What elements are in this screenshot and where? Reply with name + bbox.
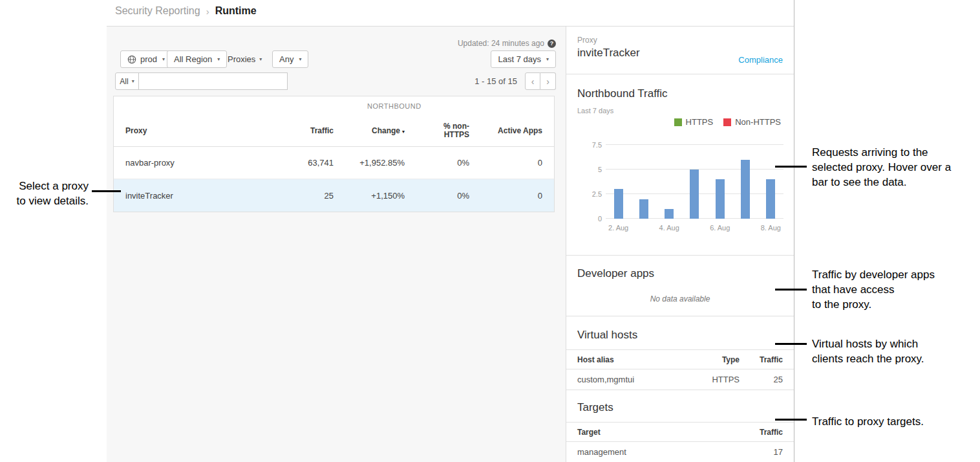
help-icon[interactable]: ? — [548, 39, 556, 48]
pagination-count: 1 - 15 of 15 — [474, 76, 517, 86]
column-header-proxy: Proxy — [114, 126, 275, 135]
legend-label-non-https: Non-HTTPS — [735, 117, 781, 127]
chart-x-axis: 2. Aug4. Aug6. Aug8. Aug — [606, 224, 783, 232]
security-reporting-screen: Security Reporting › Runtime Updated: 24… — [0, 0, 980, 462]
search-scope-label: All — [120, 77, 128, 86]
traffic-bar[interactable] — [741, 160, 750, 219]
traffic-bar[interactable] — [716, 179, 725, 219]
chart-y-axis: 02.557.5 — [577, 145, 602, 219]
chevron-down-icon: ▾ — [162, 56, 165, 62]
any-dropdown[interactable]: Any ▾ — [272, 50, 308, 68]
traffic-bar[interactable] — [690, 170, 699, 219]
cell-target: management — [577, 447, 740, 457]
chart-plot — [606, 145, 783, 219]
prev-page-button[interactable]: ‹ — [525, 72, 540, 90]
proxy-label: Proxy — [577, 36, 597, 45]
chart-x-label: 8. Aug — [758, 224, 783, 232]
proxies-dropdown[interactable]: Proxies ▾ — [228, 50, 262, 68]
cell-non-https: 0% — [405, 158, 469, 168]
cell-non-https: 0% — [405, 191, 469, 201]
env-dropdown[interactable]: prod ▾ — [120, 50, 172, 68]
window-edge — [794, 0, 794, 462]
pager: ‹ › — [525, 72, 556, 90]
cell-active-apps: 0 — [469, 158, 554, 168]
chevron-down-icon: ▾ — [217, 56, 220, 62]
proxies-dropdown-label: Proxies — [228, 54, 255, 64]
cell-target-traffic: 17 — [740, 447, 783, 457]
column-header-change[interactable]: Change▾ — [334, 126, 405, 135]
table-row[interactable]: navbar-proxy 63,741 +1,952.85% 0% 0 — [114, 147, 554, 179]
breadcrumb: Security Reporting › Runtime — [115, 5, 257, 17]
chart-legend: HTTPS Non-HTTPS — [674, 117, 781, 127]
search-scope-dropdown[interactable]: All ▾ — [115, 72, 139, 90]
panel-header: Proxy inviteTracker Compliance — [566, 27, 794, 74]
northbound-group-header: NORTHBOUND — [114, 96, 554, 115]
northbound-traffic-title: Northbound Traffic — [577, 87, 668, 100]
any-dropdown-label: Any — [279, 54, 293, 64]
column-header-active-apps: Active Apps — [469, 126, 554, 135]
northbound-traffic-section: Northbound Traffic Last 7 days HTTPS Non… — [566, 74, 794, 256]
next-page-button[interactable]: › — [540, 72, 556, 90]
region-dropdown[interactable]: All Region ▾ — [167, 50, 227, 68]
target-row: management 17 — [566, 442, 794, 462]
breadcrumb-separator-icon: › — [206, 6, 209, 17]
chevron-down-icon: ▾ — [132, 78, 134, 84]
traffic-bar[interactable] — [766, 179, 775, 219]
annotation-connector-line — [92, 190, 121, 192]
compliance-link[interactable]: Compliance — [738, 55, 783, 65]
annotation-developer-apps-note: Traffic by developer apps that have acce… — [812, 267, 935, 312]
targets-title: Targets — [577, 401, 613, 414]
virtual-hosts-table: Host alias Type Traffic custom,mgmtui HT… — [566, 349, 794, 390]
cell-host-alias: custom,mgmtui — [577, 375, 681, 384]
chart-y-label: 7.5 — [592, 141, 602, 149]
table-row-selected[interactable]: inviteTracker 25 +1,150% 0% 0 — [114, 179, 554, 212]
chart-subtitle: Last 7 days — [577, 107, 613, 115]
legend-swatch — [674, 118, 682, 126]
chevron-down-icon: ▾ — [546, 56, 549, 62]
chart-y-label: 0 — [598, 215, 602, 223]
date-range-label: Last 7 days — [498, 54, 541, 64]
legend-item-https: HTTPS — [674, 117, 714, 127]
chart-x-label — [682, 224, 707, 232]
breadcrumb-section[interactable]: Security Reporting — [115, 5, 200, 17]
annotation-virtual-hosts-note: Virtual hosts by which clients reach the… — [812, 336, 924, 366]
chart-x-label — [732, 224, 758, 232]
proxy-table: NORTHBOUND Proxy Traffic Change▾ % non- … — [113, 96, 555, 212]
traffic-bar[interactable] — [614, 189, 623, 219]
column-header-target-traffic: Traffic — [740, 428, 783, 437]
annotation-chart-note: Requests arriving to the selected proxy.… — [812, 145, 951, 190]
developer-apps-title: Developer apps — [577, 267, 654, 280]
annotation-targets-note: Traffic to proxy targets. — [812, 414, 924, 429]
globe-icon — [127, 55, 136, 64]
northbound-traffic-chart: 02.557.5 2. Aug4. Aug6. Aug8. Aug — [577, 138, 787, 245]
chevron-down-icon: ▾ — [299, 56, 301, 62]
targets-section: Targets Target Traffic management 17 — [566, 390, 794, 462]
column-header-vh-traffic: Traffic — [740, 355, 783, 364]
cell-traffic: 25 — [275, 191, 334, 201]
annotation-connector-line — [775, 343, 807, 345]
annotation-connector-line — [775, 419, 807, 421]
cell-traffic: 63,741 — [275, 158, 334, 168]
chevron-down-icon: ▾ — [259, 56, 262, 62]
traffic-bar[interactable] — [665, 209, 674, 219]
legend-swatch — [723, 118, 731, 126]
virtual-host-row: custom,mgmtui HTTPS 25 — [566, 369, 794, 390]
region-dropdown-label: All Region — [174, 54, 212, 64]
virtual-hosts-title: Virtual hosts — [577, 329, 637, 342]
annotation-select-proxy: Select a proxy to view details. — [0, 179, 89, 208]
column-header-type: Type — [681, 355, 740, 364]
page-title: Runtime — [215, 5, 257, 17]
column-header-change-label: Change — [372, 126, 400, 135]
updated-text: Updated: 24 minutes ago — [458, 39, 544, 48]
date-range-dropdown[interactable]: Last 7 days ▾ — [491, 50, 556, 68]
column-header-non-https: % non- HTTPS — [405, 122, 469, 139]
table-header-row: Proxy Traffic Change▾ % non- HTTPS Activ… — [114, 115, 554, 147]
proxy-name: inviteTracker — [577, 47, 640, 60]
annotation-connector-line — [775, 289, 807, 291]
search-input[interactable] — [138, 72, 288, 90]
empty-state-message: No data available — [566, 294, 794, 303]
cell-active-apps: 0 — [469, 191, 554, 201]
traffic-bar[interactable] — [639, 199, 648, 219]
chart-x-label: 6. Aug — [707, 224, 732, 232]
chart-bars — [606, 145, 783, 219]
